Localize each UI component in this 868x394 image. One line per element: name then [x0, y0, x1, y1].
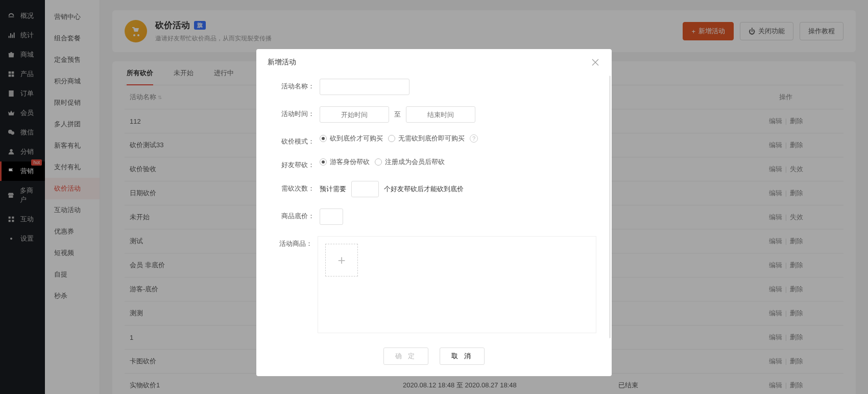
help-icon[interactable]: ? — [470, 134, 478, 143]
friend-guest-radio[interactable]: 游客身份帮砍 — [320, 157, 370, 167]
modal-title: 新增活动 — [268, 58, 296, 67]
label-floor: 商品底价： — [272, 208, 315, 221]
friend-member-radio[interactable]: 注册成为会员后帮砍 — [375, 157, 445, 167]
activity-name-input[interactable] — [320, 79, 409, 95]
label-name: 活动名称： — [272, 79, 315, 91]
modal-ok-button[interactable]: 确 定 — [383, 347, 428, 365]
mode-floor-radio[interactable]: 砍到底价才可购买 — [320, 134, 383, 143]
label-friend: 好友帮砍： — [272, 157, 315, 170]
label-mode: 砍价模式： — [272, 134, 315, 146]
friend-opt-1: 注册成为会员后帮砍 — [385, 157, 445, 167]
friend-opt-0: 游客身份帮砍 — [330, 157, 370, 167]
modal-overlay: 新增活动 活动名称： 活动时间： 至 — [0, 0, 868, 394]
count-post-text: 个好友帮砍后才能砍到底价 — [384, 184, 464, 194]
mode-anytime-radio[interactable]: 无需砍到底价即可购买 — [388, 134, 465, 143]
mode-opt-1: 无需砍到底价即可购买 — [398, 134, 465, 143]
count-pre-text: 预计需要 — [320, 184, 346, 194]
time-separator: 至 — [394, 110, 401, 119]
mode-opt-0: 砍到底价才可购买 — [330, 134, 383, 143]
start-time-input[interactable] — [320, 106, 389, 123]
label-goods: 活动商品： — [272, 236, 312, 248]
modal-cancel-button[interactable]: 取 消 — [440, 347, 485, 365]
label-count: 需砍次数： — [272, 181, 315, 193]
end-time-input[interactable] — [406, 106, 475, 123]
count-input[interactable] — [351, 181, 379, 197]
label-time: 活动时间： — [272, 106, 315, 119]
new-activity-modal: 新增活动 活动名称： 活动时间： 至 — [256, 49, 612, 376]
close-icon[interactable] — [590, 57, 600, 67]
goods-picker: + — [318, 236, 596, 333]
add-goods-tile[interactable]: + — [325, 244, 358, 276]
floor-price-input[interactable] — [320, 208, 343, 225]
